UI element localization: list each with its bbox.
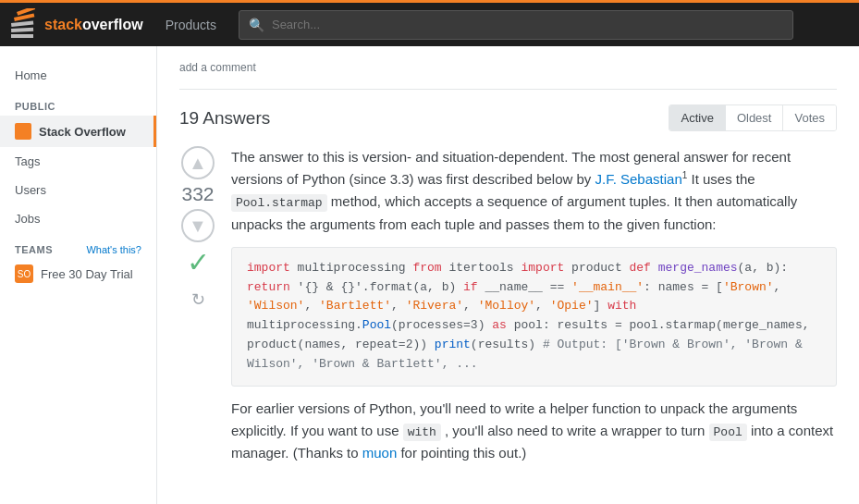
- free-trial-label: Free 30 Day Trial: [41, 267, 133, 281]
- svg-rect-3: [14, 13, 34, 20]
- sidebar-free-trial[interactable]: SO Free 30 Day Trial: [0, 259, 156, 289]
- sidebar-item-jobs[interactable]: Jobs: [0, 204, 156, 233]
- downvote-button[interactable]: ▼: [181, 209, 215, 242]
- svg-rect-0: [11, 34, 33, 38]
- accepted-checkmark[interactable]: ✓: [187, 246, 210, 278]
- sidebar-item-tags[interactable]: Tags: [0, 147, 156, 176]
- svg-rect-2: [11, 20, 33, 26]
- teams-label: TEAMS: [15, 244, 53, 255]
- vote-column: ▲ 332 ▼ ✓ ↻: [179, 146, 216, 464]
- answer-para-2: For earlier versions of Python, you'll n…: [231, 398, 837, 465]
- logo-text: stackoverflow: [44, 17, 143, 33]
- upvote-button[interactable]: ▲: [181, 146, 215, 179]
- team-icon: SO: [15, 264, 33, 283]
- svg-rect-1: [11, 27, 33, 31]
- pool-code: Pool: [709, 424, 747, 441]
- answers-count: 19 Answers: [179, 108, 270, 129]
- answer-container: ▲ 332 ▼ ✓ ↻ The answer to this is versio…: [179, 146, 837, 464]
- muon-link[interactable]: muon: [362, 445, 398, 461]
- search-input[interactable]: [272, 18, 783, 31]
- search-bar[interactable]: 🔍: [239, 10, 793, 40]
- products-button[interactable]: Products: [158, 14, 224, 36]
- sidebar-section-public: PUBLIC: [0, 90, 156, 116]
- answers-header: 19 Answers Active Oldest Votes: [179, 104, 837, 131]
- pool-starmap-code: Pool.starmap: [231, 194, 327, 212]
- jf-sebastian-link[interactable]: J.F. Sebastian: [595, 171, 682, 187]
- site-logo[interactable]: stackoverflow: [11, 8, 143, 42]
- main-content: add a comment 19 Answers Active Oldest V…: [157, 46, 859, 504]
- vote-count: 332: [181, 183, 214, 205]
- history-icon[interactable]: ↻: [191, 289, 205, 310]
- sort-tab-votes[interactable]: Votes: [783, 105, 836, 130]
- with-code: with: [403, 424, 441, 441]
- answer-para-1: The answer to this is version- and situa…: [231, 146, 837, 236]
- sort-tab-oldest[interactable]: Oldest: [726, 105, 784, 130]
- sidebar: Home PUBLIC Stack Overflow Tags Users Jo…: [0, 46, 157, 504]
- sidebar-stackoverflow-label: Stack Overflow: [39, 125, 126, 139]
- page-layout: Home PUBLIC Stack Overflow Tags Users Jo…: [0, 46, 859, 504]
- sort-tabs: Active Oldest Votes: [669, 104, 837, 131]
- code-block: import multiprocessing from itertools im…: [231, 247, 837, 387]
- logo-icon: [11, 8, 39, 42]
- sidebar-item-users[interactable]: Users: [0, 176, 156, 204]
- sidebar-item-home[interactable]: Home: [0, 61, 156, 90]
- search-icon: 🔍: [249, 18, 264, 32]
- stackoverflow-icon: [15, 123, 31, 140]
- sidebar-item-stackoverflow[interactable]: Stack Overflow: [0, 116, 156, 147]
- answer-body: The answer to this is version- and situa…: [231, 146, 837, 464]
- add-comment-link[interactable]: add a comment: [179, 61, 837, 90]
- sort-tab-active[interactable]: Active: [669, 105, 725, 130]
- whats-this-link[interactable]: What's this?: [86, 244, 141, 255]
- topbar: stackoverflow Products 🔍: [0, 0, 859, 46]
- sidebar-teams-header: TEAMS What's this?: [0, 233, 156, 259]
